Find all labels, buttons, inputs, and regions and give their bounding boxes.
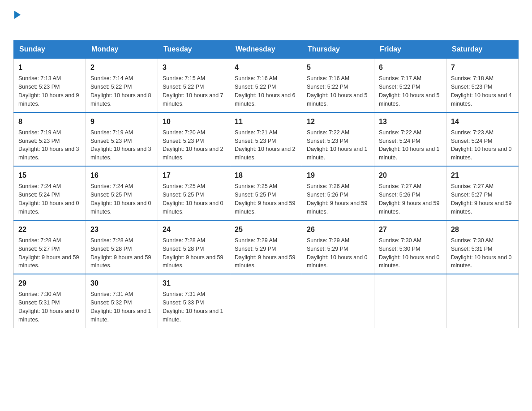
day-cell: 12 Sunrise: 7:22 AMSunset: 5:23 PMDaylig… [302,112,374,167]
day-number: 21 [451,170,514,180]
day-cell: 24 Sunrise: 7:28 AMSunset: 5:28 PMDaylig… [158,220,230,274]
day-cell: 26 Sunrise: 7:29 AMSunset: 5:29 PMDaylig… [302,220,374,274]
week-row-5: 29 Sunrise: 7:30 AMSunset: 5:31 PMDaylig… [14,274,519,328]
day-cell: 19 Sunrise: 7:26 AMSunset: 5:26 PMDaylig… [302,166,374,220]
day-number: 27 [379,224,442,235]
day-number: 7 [451,62,514,73]
day-cell: 14 Sunrise: 7:23 AMSunset: 5:24 PMDaylig… [446,112,519,167]
day-cell: 29 Sunrise: 7:30 AMSunset: 5:31 PMDaylig… [14,274,86,328]
day-info: Sunrise: 7:31 AMSunset: 5:32 PMDaylight:… [90,291,151,323]
day-cell: 8 Sunrise: 7:19 AMSunset: 5:23 PMDayligh… [14,112,86,167]
day-number: 30 [90,278,153,288]
week-row-4: 22 Sunrise: 7:28 AMSunset: 5:27 PMDaylig… [14,220,519,274]
day-cell: 22 Sunrise: 7:28 AMSunset: 5:27 PMDaylig… [14,220,86,274]
day-cell: 4 Sunrise: 7:16 AMSunset: 5:22 PMDayligh… [230,58,302,112]
day-number: 23 [90,224,153,235]
day-cell [446,274,519,328]
column-header-friday: Friday [374,41,446,59]
header-row: SundayMondayTuesdayWednesdayThursdayFrid… [14,41,519,59]
day-info: Sunrise: 7:18 AMSunset: 5:23 PMDaylight:… [451,75,512,107]
column-header-monday: Monday [86,41,158,59]
day-number: 9 [90,116,153,127]
day-cell: 13 Sunrise: 7:22 AMSunset: 5:24 PMDaylig… [374,112,446,167]
day-number: 11 [235,116,297,127]
day-info: Sunrise: 7:25 AMSunset: 5:25 PMDaylight:… [235,183,296,215]
logo-arrow-icon [14,11,21,19]
day-number: 22 [18,224,81,235]
day-cell: 28 Sunrise: 7:30 AMSunset: 5:31 PMDaylig… [446,220,519,274]
day-info: Sunrise: 7:21 AMSunset: 5:23 PMDaylight:… [235,129,296,161]
logo: General [13,9,50,32]
day-cell: 15 Sunrise: 7:24 AMSunset: 5:24 PMDaylig… [14,166,86,220]
day-info: Sunrise: 7:27 AMSunset: 5:27 PMDaylight:… [451,183,512,215]
day-info: Sunrise: 7:13 AMSunset: 5:23 PMDaylight:… [18,75,79,107]
day-number: 14 [451,116,514,127]
day-cell: 3 Sunrise: 7:15 AMSunset: 5:22 PMDayligh… [158,58,230,112]
day-number: 17 [163,170,225,180]
day-number: 29 [18,278,81,288]
day-info: Sunrise: 7:14 AMSunset: 5:22 PMDaylight:… [90,75,151,107]
day-cell: 5 Sunrise: 7:16 AMSunset: 5:22 PMDayligh… [302,58,374,112]
day-number: 13 [379,116,442,127]
day-cell: 2 Sunrise: 7:14 AMSunset: 5:22 PMDayligh… [86,58,158,112]
day-info: Sunrise: 7:17 AMSunset: 5:22 PMDaylight:… [379,75,440,107]
day-number: 16 [90,170,153,180]
day-info: Sunrise: 7:26 AMSunset: 5:26 PMDaylight:… [307,183,368,215]
day-info: Sunrise: 7:28 AMSunset: 5:28 PMDaylight:… [90,237,151,269]
day-info: Sunrise: 7:24 AMSunset: 5:25 PMDaylight:… [90,183,151,215]
day-number: 25 [235,224,297,235]
day-cell: 16 Sunrise: 7:24 AMSunset: 5:25 PMDaylig… [86,166,158,220]
day-cell: 17 Sunrise: 7:25 AMSunset: 5:25 PMDaylig… [158,166,230,220]
day-number: 4 [235,62,297,73]
day-number: 31 [163,278,225,288]
day-info: Sunrise: 7:29 AMSunset: 5:29 PMDaylight:… [235,237,296,269]
day-number: 19 [307,170,369,180]
day-number: 12 [307,116,369,127]
day-cell [230,274,302,328]
day-info: Sunrise: 7:28 AMSunset: 5:28 PMDaylight:… [163,237,223,269]
day-cell [374,274,446,328]
day-cell: 18 Sunrise: 7:25 AMSunset: 5:25 PMDaylig… [230,166,302,220]
day-number: 26 [307,224,369,235]
day-cell: 21 Sunrise: 7:27 AMSunset: 5:27 PMDaylig… [446,166,519,220]
day-cell: 9 Sunrise: 7:19 AMSunset: 5:23 PMDayligh… [86,112,158,167]
day-cell: 1 Sunrise: 7:13 AMSunset: 5:23 PMDayligh… [14,58,86,112]
day-number: 2 [90,62,153,73]
column-header-tuesday: Tuesday [158,41,230,59]
day-number: 10 [163,116,225,127]
day-info: Sunrise: 7:15 AMSunset: 5:22 PMDaylight:… [163,75,223,107]
day-info: Sunrise: 7:16 AMSunset: 5:22 PMDaylight:… [235,75,296,107]
day-info: Sunrise: 7:28 AMSunset: 5:27 PMDaylight:… [18,237,79,269]
day-cell: 11 Sunrise: 7:21 AMSunset: 5:23 PMDaylig… [230,112,302,167]
day-info: Sunrise: 7:19 AMSunset: 5:23 PMDaylight:… [18,129,79,161]
day-number: 20 [379,170,442,180]
day-info: Sunrise: 7:22 AMSunset: 5:23 PMDaylight:… [307,129,368,161]
day-cell: 30 Sunrise: 7:31 AMSunset: 5:32 PMDaylig… [86,274,158,328]
day-info: Sunrise: 7:30 AMSunset: 5:31 PMDaylight:… [18,291,79,323]
day-number: 8 [18,116,81,127]
day-cell: 25 Sunrise: 7:29 AMSunset: 5:29 PMDaylig… [230,220,302,274]
day-number: 24 [163,224,225,235]
day-number: 3 [163,62,225,73]
day-cell: 20 Sunrise: 7:27 AMSunset: 5:26 PMDaylig… [374,166,446,220]
day-info: Sunrise: 7:25 AMSunset: 5:25 PMDaylight:… [163,183,223,215]
calendar-table: SundayMondayTuesdayWednesdayThursdayFrid… [13,40,519,328]
day-number: 15 [18,170,81,180]
day-number: 18 [235,170,297,180]
day-number: 5 [307,62,369,73]
page-header: General [13,9,519,32]
day-cell: 27 Sunrise: 7:30 AMSunset: 5:30 PMDaylig… [374,220,446,274]
day-info: Sunrise: 7:19 AMSunset: 5:23 PMDaylight:… [90,129,151,161]
day-cell: 10 Sunrise: 7:20 AMSunset: 5:23 PMDaylig… [158,112,230,167]
day-info: Sunrise: 7:24 AMSunset: 5:24 PMDaylight:… [18,183,79,215]
day-info: Sunrise: 7:30 AMSunset: 5:30 PMDaylight:… [379,237,440,269]
day-cell: 7 Sunrise: 7:18 AMSunset: 5:23 PMDayligh… [446,58,519,112]
day-number: 28 [451,224,514,235]
day-cell: 23 Sunrise: 7:28 AMSunset: 5:28 PMDaylig… [86,220,158,274]
day-info: Sunrise: 7:22 AMSunset: 5:24 PMDaylight:… [379,129,440,161]
day-info: Sunrise: 7:31 AMSunset: 5:33 PMDaylight:… [163,291,223,323]
week-row-2: 8 Sunrise: 7:19 AMSunset: 5:23 PMDayligh… [14,112,519,167]
day-info: Sunrise: 7:23 AMSunset: 5:24 PMDaylight:… [451,129,512,161]
day-cell: 6 Sunrise: 7:17 AMSunset: 5:22 PMDayligh… [374,58,446,112]
column-header-sunday: Sunday [14,41,86,59]
